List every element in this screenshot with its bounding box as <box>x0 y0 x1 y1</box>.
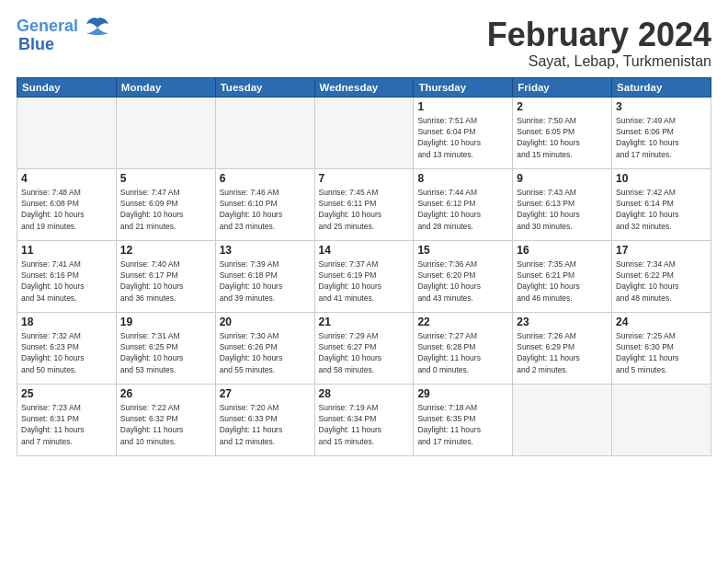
day-number: 1 <box>417 100 508 113</box>
day-info: Sunrise: 7:19 AM Sunset: 6:34 PM Dayligh… <box>319 402 410 447</box>
calendar-cell: 6Sunrise: 7:46 AM Sunset: 6:10 PM Daylig… <box>215 168 314 240</box>
calendar-cell: 10Sunrise: 7:42 AM Sunset: 6:14 PM Dayli… <box>612 168 711 240</box>
day-header-monday: Monday <box>116 77 215 97</box>
day-info: Sunrise: 7:30 AM Sunset: 6:26 PM Dayligh… <box>220 330 311 375</box>
logo-blue-text: Blue <box>18 35 54 54</box>
header: General Blue February 2024 Sayat, Lebap,… <box>17 17 711 70</box>
day-number: 18 <box>21 316 112 328</box>
day-number: 8 <box>417 172 508 185</box>
calendar-cell: 11Sunrise: 7:41 AM Sunset: 6:16 PM Dayli… <box>17 240 117 312</box>
calendar-cell: 16Sunrise: 7:35 AM Sunset: 6:21 PM Dayli… <box>513 240 612 312</box>
day-header-thursday: Thursday <box>414 77 513 97</box>
day-info: Sunrise: 7:41 AM Sunset: 6:16 PM Dayligh… <box>21 259 112 304</box>
calendar-cell: 2Sunrise: 7:50 AM Sunset: 6:05 PM Daylig… <box>513 97 612 168</box>
calendar-cell: 20Sunrise: 7:30 AM Sunset: 6:26 PM Dayli… <box>215 312 314 384</box>
day-number: 2 <box>517 100 608 113</box>
day-number: 12 <box>120 244 211 257</box>
calendar-cell: 7Sunrise: 7:45 AM Sunset: 6:11 PM Daylig… <box>314 168 414 240</box>
day-number: 11 <box>21 244 112 257</box>
day-header-friday: Friday <box>513 77 612 97</box>
day-number: 25 <box>21 387 112 400</box>
calendar-cell: 24Sunrise: 7:25 AM Sunset: 6:30 PM Dayli… <box>612 312 711 384</box>
day-number: 23 <box>517 316 608 328</box>
day-number: 28 <box>319 387 410 400</box>
day-info: Sunrise: 7:31 AM Sunset: 6:25 PM Dayligh… <box>120 330 211 375</box>
week-row-3: 18Sunrise: 7:32 AM Sunset: 6:23 PM Dayli… <box>17 312 711 384</box>
calendar-table: SundayMondayTuesdayWednesdayThursdayFrid… <box>17 77 711 456</box>
calendar-cell <box>17 97 117 168</box>
day-number: 19 <box>120 316 211 328</box>
day-header-wednesday: Wednesday <box>314 77 414 97</box>
day-number: 27 <box>220 387 311 400</box>
calendar-cell: 21Sunrise: 7:29 AM Sunset: 6:27 PM Dayli… <box>314 312 414 384</box>
calendar-cell: 13Sunrise: 7:39 AM Sunset: 6:18 PM Dayli… <box>215 240 314 312</box>
calendar-cell: 27Sunrise: 7:20 AM Sunset: 6:33 PM Dayli… <box>215 384 314 455</box>
day-number: 14 <box>319 244 410 257</box>
day-info: Sunrise: 7:26 AM Sunset: 6:29 PM Dayligh… <box>517 330 608 375</box>
day-info: Sunrise: 7:36 AM Sunset: 6:20 PM Dayligh… <box>417 259 508 304</box>
day-header-saturday: Saturday <box>612 77 711 97</box>
day-header-tuesday: Tuesday <box>215 77 314 97</box>
day-number: 5 <box>120 172 211 185</box>
week-row-2: 11Sunrise: 7:41 AM Sunset: 6:16 PM Dayli… <box>17 240 711 312</box>
week-row-1: 4Sunrise: 7:48 AM Sunset: 6:08 PM Daylig… <box>17 168 711 240</box>
day-number: 24 <box>616 316 707 328</box>
day-info: Sunrise: 7:37 AM Sunset: 6:19 PM Dayligh… <box>319 259 410 304</box>
day-number: 6 <box>220 172 311 185</box>
calendar-cell: 18Sunrise: 7:32 AM Sunset: 6:23 PM Dayli… <box>17 312 117 384</box>
calendar-cell: 9Sunrise: 7:43 AM Sunset: 6:13 PM Daylig… <box>513 168 612 240</box>
calendar-cell: 25Sunrise: 7:23 AM Sunset: 6:31 PM Dayli… <box>17 384 117 455</box>
calendar-cell: 3Sunrise: 7:49 AM Sunset: 6:06 PM Daylig… <box>612 97 711 168</box>
calendar-cell: 26Sunrise: 7:22 AM Sunset: 6:32 PM Dayli… <box>116 384 215 455</box>
day-info: Sunrise: 7:42 AM Sunset: 6:14 PM Dayligh… <box>616 187 707 232</box>
calendar-cell: 12Sunrise: 7:40 AM Sunset: 6:17 PM Dayli… <box>116 240 215 312</box>
day-number: 9 <box>517 172 608 185</box>
calendar-cell: 17Sunrise: 7:34 AM Sunset: 6:22 PM Dayli… <box>612 240 711 312</box>
page: General Blue February 2024 Sayat, Lebap,… <box>0 0 728 563</box>
month-title: February 2024 <box>487 17 711 53</box>
day-info: Sunrise: 7:50 AM Sunset: 6:05 PM Dayligh… <box>517 115 608 160</box>
header-row: SundayMondayTuesdayWednesdayThursdayFrid… <box>17 77 711 97</box>
logo: General Blue <box>17 17 110 54</box>
day-number: 3 <box>616 100 707 113</box>
day-info: Sunrise: 7:43 AM Sunset: 6:13 PM Dayligh… <box>517 187 608 232</box>
calendar-cell: 19Sunrise: 7:31 AM Sunset: 6:25 PM Dayli… <box>116 312 215 384</box>
day-number: 21 <box>319 316 410 328</box>
day-info: Sunrise: 7:25 AM Sunset: 6:30 PM Dayligh… <box>616 330 707 375</box>
day-info: Sunrise: 7:23 AM Sunset: 6:31 PM Dayligh… <box>21 402 112 447</box>
logo-bird-icon <box>85 17 110 37</box>
calendar-cell: 5Sunrise: 7:47 AM Sunset: 6:09 PM Daylig… <box>116 168 215 240</box>
calendar-cell: 23Sunrise: 7:26 AM Sunset: 6:29 PM Dayli… <box>513 312 612 384</box>
week-row-0: 1Sunrise: 7:51 AM Sunset: 6:04 PM Daylig… <box>17 97 711 168</box>
day-info: Sunrise: 7:18 AM Sunset: 6:35 PM Dayligh… <box>417 402 508 447</box>
day-info: Sunrise: 7:46 AM Sunset: 6:10 PM Dayligh… <box>220 187 311 232</box>
calendar-cell: 1Sunrise: 7:51 AM Sunset: 6:04 PM Daylig… <box>414 97 513 168</box>
day-info: Sunrise: 7:49 AM Sunset: 6:06 PM Dayligh… <box>616 115 707 160</box>
day-info: Sunrise: 7:44 AM Sunset: 6:12 PM Dayligh… <box>417 187 508 232</box>
day-number: 4 <box>21 172 112 185</box>
calendar-cell <box>513 384 612 455</box>
calendar-cell: 22Sunrise: 7:27 AM Sunset: 6:28 PM Dayli… <box>414 312 513 384</box>
week-row-4: 25Sunrise: 7:23 AM Sunset: 6:31 PM Dayli… <box>17 384 711 455</box>
day-info: Sunrise: 7:22 AM Sunset: 6:32 PM Dayligh… <box>120 402 211 447</box>
day-header-sunday: Sunday <box>17 77 117 97</box>
day-info: Sunrise: 7:45 AM Sunset: 6:11 PM Dayligh… <box>319 187 410 232</box>
subtitle: Sayat, Lebap, Turkmenistan <box>487 53 711 70</box>
day-number: 22 <box>417 316 508 328</box>
calendar-cell <box>116 97 215 168</box>
day-info: Sunrise: 7:32 AM Sunset: 6:23 PM Dayligh… <box>21 330 112 375</box>
calendar-cell <box>314 97 414 168</box>
day-info: Sunrise: 7:20 AM Sunset: 6:33 PM Dayligh… <box>220 402 311 447</box>
day-info: Sunrise: 7:40 AM Sunset: 6:17 PM Dayligh… <box>120 259 211 304</box>
day-info: Sunrise: 7:34 AM Sunset: 6:22 PM Dayligh… <box>616 259 707 304</box>
day-number: 29 <box>417 387 508 400</box>
day-info: Sunrise: 7:48 AM Sunset: 6:08 PM Dayligh… <box>21 187 112 232</box>
calendar-cell: 14Sunrise: 7:37 AM Sunset: 6:19 PM Dayli… <box>314 240 414 312</box>
calendar-cell: 28Sunrise: 7:19 AM Sunset: 6:34 PM Dayli… <box>314 384 414 455</box>
day-number: 16 <box>517 244 608 257</box>
day-number: 20 <box>220 316 311 328</box>
day-info: Sunrise: 7:39 AM Sunset: 6:18 PM Dayligh… <box>220 259 311 304</box>
calendar-cell: 4Sunrise: 7:48 AM Sunset: 6:08 PM Daylig… <box>17 168 117 240</box>
calendar-cell <box>612 384 711 455</box>
day-number: 10 <box>616 172 707 185</box>
